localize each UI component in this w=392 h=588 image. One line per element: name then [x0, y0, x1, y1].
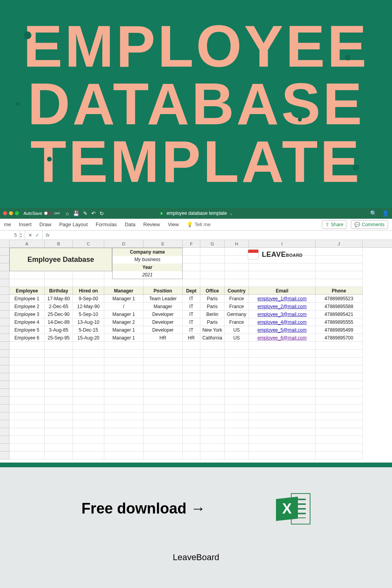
tell-me-search[interactable]: 💡 Tell me: [187, 221, 211, 227]
table-header: Hired on: [73, 287, 104, 295]
table-header: Birthday: [45, 287, 73, 295]
autosave-state: OFF: [54, 212, 60, 215]
table-header: Dept: [183, 287, 200, 295]
user-icon[interactable]: 👤: [382, 210, 389, 216]
email-link[interactable]: employee_2@mail.com: [258, 304, 307, 309]
formula-bar: 5 ▲▼ ✕ ✓ fx: [0, 230, 392, 240]
table-row[interactable]: Employee 414-Dec-8913-Aug-10Manager 2Dev…: [9, 318, 363, 326]
window-controls[interactable]: [3, 211, 19, 215]
table-header: Office: [200, 287, 225, 295]
chevron-down-icon: ⌄: [229, 211, 233, 216]
table-header: Phone: [316, 287, 363, 295]
col-C[interactable]: C: [73, 240, 104, 247]
edit-icon[interactable]: ✎: [83, 211, 87, 216]
col-D[interactable]: D: [104, 240, 143, 247]
hero-line-1: EMPLOYEE: [23, 18, 369, 75]
name-box-stepper[interactable]: ▲▼: [20, 230, 25, 240]
table-row[interactable]: Employee 22-Dec-6512-May-90/ManagerITPar…: [9, 303, 363, 310]
search-icon[interactable]: 🔍: [370, 210, 377, 216]
comments-button[interactable]: 💬 Comments: [351, 220, 388, 229]
email-link[interactable]: employee_4@mail.com: [258, 319, 307, 325]
hero-line-2: DATABASE: [23, 75, 369, 133]
company-name-label: Company name: [113, 248, 182, 256]
tab-review[interactable]: Review: [143, 221, 160, 227]
company-info-block: Company name My business Year 2021: [112, 248, 183, 279]
year-value[interactable]: 2021: [113, 271, 182, 279]
spreadsheet-grid[interactable]: Employee Database Company name My busine…: [0, 248, 392, 459]
brand-name: LeaveBoard: [173, 552, 220, 563]
col-I[interactable]: I: [249, 240, 316, 247]
tab-insert[interactable]: Insert: [19, 221, 32, 227]
autosave-toggle[interactable]: AutoSave OFF: [24, 211, 60, 216]
excel-file-icon: x: [159, 211, 164, 216]
lightbulb-icon: 💡: [187, 221, 193, 227]
share-icon: ⇪: [325, 222, 329, 227]
minimize-icon[interactable]: [9, 211, 13, 215]
undo-icon[interactable]: ↶: [91, 211, 96, 216]
tab-home[interactable]: me: [4, 221, 11, 227]
table-row[interactable]: Employee 325-Dec-905-Sep-10Manager 1Deve…: [9, 310, 363, 318]
calendar-icon: [248, 249, 259, 260]
ribbon: me Insert Draw Page Layout Formulas Data…: [0, 219, 392, 230]
download-cta[interactable]: Free download →: [82, 500, 206, 517]
confirm-icon[interactable]: ✓: [35, 232, 39, 238]
hero-banner: EMPLOYEE DATABASE TEMPLATE: [0, 0, 392, 208]
year-label: Year: [113, 263, 182, 271]
title-bar: AutoSave OFF ⌂ 💾 ✎ ↶ ↻ x employee databa…: [0, 208, 392, 219]
table-header: Position: [143, 287, 183, 295]
col-F[interactable]: F: [183, 240, 200, 247]
col-J[interactable]: J: [316, 240, 363, 247]
col-E[interactable]: E: [143, 240, 183, 247]
table-header: Employee: [9, 287, 45, 295]
maximize-icon[interactable]: [15, 211, 19, 215]
divider-bar: [0, 463, 392, 467]
table-header: Country: [225, 287, 249, 295]
tab-formulas[interactable]: Formulas: [96, 221, 117, 227]
close-icon[interactable]: [3, 211, 7, 215]
table-header: Manager: [104, 287, 143, 295]
company-name-value[interactable]: My business: [113, 256, 182, 264]
fx-label[interactable]: fx: [43, 232, 49, 238]
name-box[interactable]: 5: [0, 230, 20, 240]
footer: Free download → X LeaveBoard: [0, 467, 392, 588]
home-icon[interactable]: ⌂: [66, 211, 69, 216]
table-header: Email: [249, 287, 316, 295]
save-icon[interactable]: 💾: [73, 211, 79, 216]
email-link[interactable]: employee_3@mail.com: [258, 312, 307, 317]
autosave-label: AutoSave: [24, 211, 42, 216]
cancel-icon[interactable]: ✕: [28, 232, 32, 238]
hero-line-3: TEMPLATE: [23, 133, 369, 191]
email-link[interactable]: employee_6@mail.com: [258, 335, 307, 341]
tab-data[interactable]: Data: [125, 221, 135, 227]
col-H[interactable]: H: [225, 240, 249, 247]
excel-icon: X: [276, 493, 310, 524]
tab-draw[interactable]: Draw: [40, 221, 51, 227]
comment-icon: 💬: [354, 222, 360, 227]
share-button[interactable]: ⇪ Share: [322, 220, 347, 229]
toggle-icon[interactable]: [44, 211, 53, 215]
tab-page-layout[interactable]: Page Layout: [59, 221, 88, 227]
col-B[interactable]: B: [45, 240, 73, 247]
email-link[interactable]: employee_1@mail.com: [258, 296, 307, 301]
hero-title: EMPLOYEE DATABASE TEMPLATE: [23, 18, 369, 191]
table-row[interactable]: Employee 117-May-809-Sep-00Manager 1Team…: [9, 295, 363, 303]
sheet-title: Employee Database: [9, 248, 112, 271]
redo-icon[interactable]: ↻: [100, 211, 104, 216]
column-headers: A B C D E F G H I J: [0, 240, 392, 248]
table-row[interactable]: Employee 625-Sep-9515-Aug-20Manager 1HRH…: [9, 334, 363, 342]
leaveboard-logo: LEAVEBOARD: [248, 249, 303, 260]
col-G[interactable]: G: [200, 240, 225, 247]
col-A[interactable]: A: [9, 240, 45, 247]
table-row[interactable]: Employee 53-Aug-855-Dec-15Manager 1Devel…: [9, 326, 363, 334]
tab-view[interactable]: View: [168, 221, 179, 227]
row-headers: [0, 248, 9, 459]
email-link[interactable]: employee_5@mail.com: [258, 327, 307, 333]
excel-window: AutoSave OFF ⌂ 💾 ✎ ↶ ↻ x employee databa…: [0, 208, 392, 463]
